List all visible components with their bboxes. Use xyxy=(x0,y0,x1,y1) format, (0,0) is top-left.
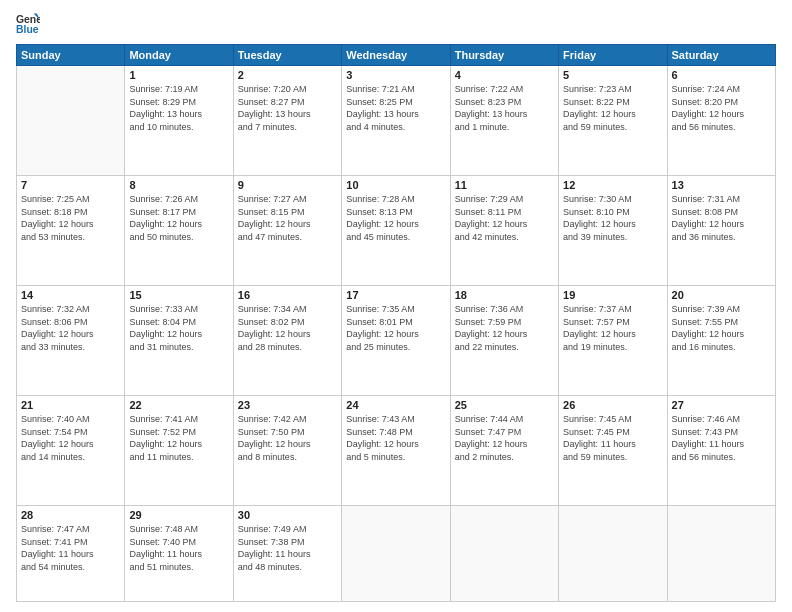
day-info: Sunrise: 7:43 AM Sunset: 7:48 PM Dayligh… xyxy=(346,413,445,463)
day-number: 25 xyxy=(455,399,554,411)
day-number: 2 xyxy=(238,69,337,81)
day-info: Sunrise: 7:26 AM Sunset: 8:17 PM Dayligh… xyxy=(129,193,228,243)
page-container: General Blue SundayMondayTuesdayWednesda… xyxy=(0,0,792,612)
day-number: 4 xyxy=(455,69,554,81)
day-info: Sunrise: 7:21 AM Sunset: 8:25 PM Dayligh… xyxy=(346,83,445,133)
day-info: Sunrise: 7:25 AM Sunset: 8:18 PM Dayligh… xyxy=(21,193,120,243)
day-number: 14 xyxy=(21,289,120,301)
calendar-day-cell: 29Sunrise: 7:48 AM Sunset: 7:40 PM Dayli… xyxy=(125,506,233,602)
weekday-header-friday: Friday xyxy=(559,45,667,66)
day-number: 11 xyxy=(455,179,554,191)
calendar-day-cell: 25Sunrise: 7:44 AM Sunset: 7:47 PM Dayli… xyxy=(450,396,558,506)
day-number: 22 xyxy=(129,399,228,411)
calendar-day-cell: 15Sunrise: 7:33 AM Sunset: 8:04 PM Dayli… xyxy=(125,286,233,396)
calendar-day-cell: 6Sunrise: 7:24 AM Sunset: 8:20 PM Daylig… xyxy=(667,66,775,176)
calendar-week-row: 14Sunrise: 7:32 AM Sunset: 8:06 PM Dayli… xyxy=(17,286,776,396)
calendar-day-cell: 17Sunrise: 7:35 AM Sunset: 8:01 PM Dayli… xyxy=(342,286,450,396)
day-info: Sunrise: 7:45 AM Sunset: 7:45 PM Dayligh… xyxy=(563,413,662,463)
calendar-day-cell: 11Sunrise: 7:29 AM Sunset: 8:11 PM Dayli… xyxy=(450,176,558,286)
logo: General Blue xyxy=(16,12,44,36)
day-info: Sunrise: 7:33 AM Sunset: 8:04 PM Dayligh… xyxy=(129,303,228,353)
page-header: General Blue xyxy=(16,12,776,36)
calendar-day-cell: 12Sunrise: 7:30 AM Sunset: 8:10 PM Dayli… xyxy=(559,176,667,286)
weekday-header-row: SundayMondayTuesdayWednesdayThursdayFrid… xyxy=(17,45,776,66)
logo-icon: General Blue xyxy=(16,12,40,36)
calendar-day-cell xyxy=(342,506,450,602)
calendar-day-cell: 22Sunrise: 7:41 AM Sunset: 7:52 PM Dayli… xyxy=(125,396,233,506)
day-info: Sunrise: 7:24 AM Sunset: 8:20 PM Dayligh… xyxy=(672,83,771,133)
day-number: 7 xyxy=(21,179,120,191)
calendar-day-cell: 1Sunrise: 7:19 AM Sunset: 8:29 PM Daylig… xyxy=(125,66,233,176)
day-info: Sunrise: 7:20 AM Sunset: 8:27 PM Dayligh… xyxy=(238,83,337,133)
day-info: Sunrise: 7:19 AM Sunset: 8:29 PM Dayligh… xyxy=(129,83,228,133)
day-info: Sunrise: 7:40 AM Sunset: 7:54 PM Dayligh… xyxy=(21,413,120,463)
day-number: 5 xyxy=(563,69,662,81)
day-number: 9 xyxy=(238,179,337,191)
day-info: Sunrise: 7:34 AM Sunset: 8:02 PM Dayligh… xyxy=(238,303,337,353)
day-number: 30 xyxy=(238,509,337,521)
calendar-day-cell xyxy=(17,66,125,176)
day-number: 16 xyxy=(238,289,337,301)
day-info: Sunrise: 7:32 AM Sunset: 8:06 PM Dayligh… xyxy=(21,303,120,353)
day-number: 29 xyxy=(129,509,228,521)
day-info: Sunrise: 7:44 AM Sunset: 7:47 PM Dayligh… xyxy=(455,413,554,463)
calendar-day-cell: 5Sunrise: 7:23 AM Sunset: 8:22 PM Daylig… xyxy=(559,66,667,176)
day-number: 23 xyxy=(238,399,337,411)
calendar-day-cell: 8Sunrise: 7:26 AM Sunset: 8:17 PM Daylig… xyxy=(125,176,233,286)
calendar-day-cell: 19Sunrise: 7:37 AM Sunset: 7:57 PM Dayli… xyxy=(559,286,667,396)
calendar-day-cell: 18Sunrise: 7:36 AM Sunset: 7:59 PM Dayli… xyxy=(450,286,558,396)
day-number: 18 xyxy=(455,289,554,301)
day-info: Sunrise: 7:47 AM Sunset: 7:41 PM Dayligh… xyxy=(21,523,120,573)
calendar-week-row: 1Sunrise: 7:19 AM Sunset: 8:29 PM Daylig… xyxy=(17,66,776,176)
day-info: Sunrise: 7:49 AM Sunset: 7:38 PM Dayligh… xyxy=(238,523,337,573)
day-info: Sunrise: 7:37 AM Sunset: 7:57 PM Dayligh… xyxy=(563,303,662,353)
calendar-day-cell xyxy=(559,506,667,602)
day-info: Sunrise: 7:48 AM Sunset: 7:40 PM Dayligh… xyxy=(129,523,228,573)
calendar-day-cell: 20Sunrise: 7:39 AM Sunset: 7:55 PM Dayli… xyxy=(667,286,775,396)
calendar-week-row: 28Sunrise: 7:47 AM Sunset: 7:41 PM Dayli… xyxy=(17,506,776,602)
calendar-day-cell: 23Sunrise: 7:42 AM Sunset: 7:50 PM Dayli… xyxy=(233,396,341,506)
day-number: 26 xyxy=(563,399,662,411)
day-info: Sunrise: 7:46 AM Sunset: 7:43 PM Dayligh… xyxy=(672,413,771,463)
calendar-day-cell xyxy=(667,506,775,602)
calendar-day-cell: 30Sunrise: 7:49 AM Sunset: 7:38 PM Dayli… xyxy=(233,506,341,602)
calendar-day-cell: 9Sunrise: 7:27 AM Sunset: 8:15 PM Daylig… xyxy=(233,176,341,286)
calendar-table: SundayMondayTuesdayWednesdayThursdayFrid… xyxy=(16,44,776,602)
day-info: Sunrise: 7:30 AM Sunset: 8:10 PM Dayligh… xyxy=(563,193,662,243)
weekday-header-tuesday: Tuesday xyxy=(233,45,341,66)
calendar-day-cell: 21Sunrise: 7:40 AM Sunset: 7:54 PM Dayli… xyxy=(17,396,125,506)
calendar-day-cell: 4Sunrise: 7:22 AM Sunset: 8:23 PM Daylig… xyxy=(450,66,558,176)
weekday-header-sunday: Sunday xyxy=(17,45,125,66)
calendar-day-cell: 2Sunrise: 7:20 AM Sunset: 8:27 PM Daylig… xyxy=(233,66,341,176)
calendar-day-cell: 16Sunrise: 7:34 AM Sunset: 8:02 PM Dayli… xyxy=(233,286,341,396)
day-number: 10 xyxy=(346,179,445,191)
day-number: 1 xyxy=(129,69,228,81)
weekday-header-wednesday: Wednesday xyxy=(342,45,450,66)
calendar-week-row: 21Sunrise: 7:40 AM Sunset: 7:54 PM Dayli… xyxy=(17,396,776,506)
day-number: 21 xyxy=(21,399,120,411)
calendar-week-row: 7Sunrise: 7:25 AM Sunset: 8:18 PM Daylig… xyxy=(17,176,776,286)
svg-text:Blue: Blue xyxy=(16,24,39,35)
calendar-day-cell: 26Sunrise: 7:45 AM Sunset: 7:45 PM Dayli… xyxy=(559,396,667,506)
day-number: 28 xyxy=(21,509,120,521)
day-number: 27 xyxy=(672,399,771,411)
day-info: Sunrise: 7:39 AM Sunset: 7:55 PM Dayligh… xyxy=(672,303,771,353)
day-number: 20 xyxy=(672,289,771,301)
calendar-day-cell: 27Sunrise: 7:46 AM Sunset: 7:43 PM Dayli… xyxy=(667,396,775,506)
day-info: Sunrise: 7:23 AM Sunset: 8:22 PM Dayligh… xyxy=(563,83,662,133)
day-number: 6 xyxy=(672,69,771,81)
day-info: Sunrise: 7:22 AM Sunset: 8:23 PM Dayligh… xyxy=(455,83,554,133)
day-number: 8 xyxy=(129,179,228,191)
day-number: 19 xyxy=(563,289,662,301)
day-number: 13 xyxy=(672,179,771,191)
calendar-day-cell: 7Sunrise: 7:25 AM Sunset: 8:18 PM Daylig… xyxy=(17,176,125,286)
day-number: 24 xyxy=(346,399,445,411)
day-number: 12 xyxy=(563,179,662,191)
weekday-header-saturday: Saturday xyxy=(667,45,775,66)
day-info: Sunrise: 7:29 AM Sunset: 8:11 PM Dayligh… xyxy=(455,193,554,243)
day-info: Sunrise: 7:27 AM Sunset: 8:15 PM Dayligh… xyxy=(238,193,337,243)
day-info: Sunrise: 7:42 AM Sunset: 7:50 PM Dayligh… xyxy=(238,413,337,463)
calendar-day-cell: 24Sunrise: 7:43 AM Sunset: 7:48 PM Dayli… xyxy=(342,396,450,506)
calendar-day-cell xyxy=(450,506,558,602)
calendar-day-cell: 3Sunrise: 7:21 AM Sunset: 8:25 PM Daylig… xyxy=(342,66,450,176)
